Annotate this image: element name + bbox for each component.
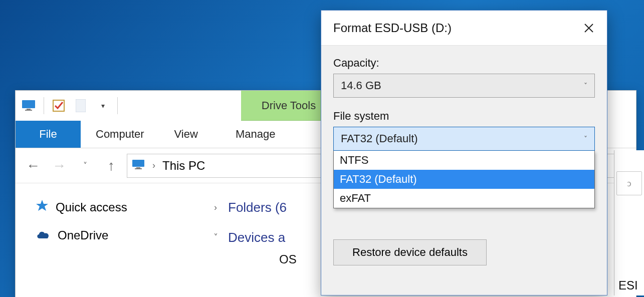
properties-check-icon[interactable] [51,99,66,113]
right-window-fragment: ɔ ESI [614,150,644,295]
tab-manage[interactable]: Manage [221,121,291,148]
tab-computer[interactable]: Computer [81,121,159,148]
filesystem-selected: FAT32 (Default) [341,132,418,145]
svg-rect-0 [22,100,35,108]
filesystem-option-exfat[interactable]: exFAT [334,189,594,208]
star-icon [36,199,49,215]
dialog-title: Format ESD-USB (D:) [333,21,452,35]
svg-rect-1 [27,109,31,110]
capacity-label: Capacity: [333,57,595,70]
svg-rect-6 [136,167,140,168]
svg-rect-7 [135,168,142,169]
chevron-right-icon[interactable]: › [210,202,221,213]
drive-tools-label: Drive Tools [262,99,316,112]
chevron-down-icon: ˅ [584,135,587,143]
navigation-pane: Quick access OneDrive [16,183,206,297]
format-dialog: Format ESD-USB (D:) Capacity: 14.6 GB ˅ … [321,10,607,295]
filesystem-label: File system [333,110,595,123]
sidebar-item-quick-access[interactable]: Quick access [36,193,206,221]
chevron-down-icon: ˅ [584,82,587,90]
blank-doc-icon[interactable] [73,99,88,113]
history-chevron-icon[interactable]: ˅ [75,155,96,176]
tab-file[interactable]: File [16,121,81,148]
svg-rect-2 [25,110,32,111]
close-icon[interactable] [580,19,598,37]
capacity-value: 14.6 GB [341,79,381,92]
svg-rect-4 [76,99,86,112]
monitor-icon [132,159,145,173]
sidebar-item-onedrive[interactable]: OneDrive [36,221,206,249]
cloud-icon [36,228,51,242]
svg-rect-5 [132,160,144,167]
restore-defaults-button[interactable]: Restore device defaults [333,239,487,265]
tab-view[interactable]: View [159,121,213,148]
svg-rect-3 [53,100,64,111]
up-arrow-icon[interactable]: ↑ [101,155,122,176]
filesystem-select[interactable]: FAT32 (Default) ˅ [333,127,595,151]
back-arrow-icon[interactable]: ← [23,155,44,176]
customize-qat-icon[interactable]: ▾ [95,99,110,113]
filesystem-option-ntfs[interactable]: NTFS [334,151,594,170]
dialog-titlebar[interactable]: Format ESD-USB (D:) [321,11,607,46]
chevron-down-icon[interactable]: ˅ [210,232,221,243]
capacity-select[interactable]: 14.6 GB ˅ [333,74,595,98]
filesystem-dropdown: NTFS FAT32 (Default) exFAT [333,151,595,208]
monitor-icon[interactable] [22,99,37,113]
chevron-right-icon[interactable]: › [152,160,155,171]
forward-arrow-icon[interactable]: → [49,155,70,176]
filesystem-option-fat32[interactable]: FAT32 (Default) [334,170,594,189]
breadcrumb-this-pc[interactable]: This PC [162,159,205,173]
